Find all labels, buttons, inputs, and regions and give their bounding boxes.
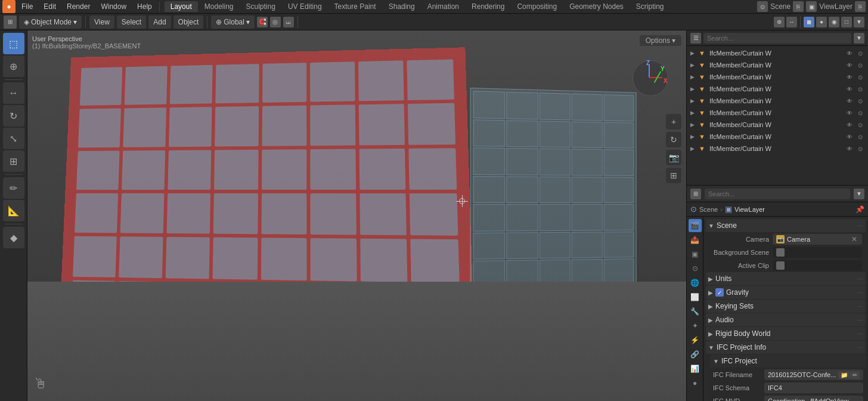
audio-section-header[interactable]: ▶ Audio ⋯ — [706, 313, 866, 326]
ifc-project-info-header[interactable]: ▼ IFC Project Info ⋯ — [706, 341, 866, 354]
workspace-layout[interactable]: Layout — [165, 1, 198, 12]
prop-object-icon[interactable]: ⬜ — [689, 291, 702, 304]
workspace-animation[interactable]: Animation — [421, 1, 465, 12]
outliner-item[interactable]: ▶ ▼ IfcMember/Curtain W 👁 ⊙ — [687, 71, 868, 83]
rigid-body-section-header[interactable]: ▶ Rigid Body World ⋯ — [706, 327, 866, 340]
workspace-sculpting[interactable]: Sculpting — [240, 1, 281, 12]
options-button[interactable]: Options ▾ — [640, 35, 681, 46]
workspace-texture-paint[interactable]: Texture Paint — [328, 1, 382, 12]
add-button[interactable]: Add — [148, 16, 170, 29]
outliner-visibility-icon[interactable]: 👁 — [845, 122, 854, 128]
rotate-tool-btn[interactable]: ↻ — [3, 105, 24, 127]
workspace-geometry-nodes[interactable]: Geometry Nodes — [563, 1, 630, 12]
outliner-render-icon[interactable]: ⊙ — [856, 62, 864, 69]
outliner-item[interactable]: ▶ ▼ IfcMember/Curtain W 👁 ⊙ — [687, 131, 868, 143]
display-wire-icon[interactable]: □ — [841, 17, 852, 27]
outliner-item[interactable]: ▶ ▼ IfcMember/Curtain W 👁 ⊙ — [687, 143, 868, 155]
prop-data-icon[interactable]: 📊 — [689, 362, 702, 375]
menu-render[interactable]: Render — [62, 1, 95, 12]
display-render-icon[interactable]: ◉ — [829, 17, 839, 27]
background-scene-field[interactable] — [773, 247, 862, 258]
mirror-icon[interactable]: ⧢ — [283, 17, 294, 27]
outliner-render-icon[interactable]: ⊙ — [856, 134, 864, 140]
properties-search[interactable] — [705, 189, 850, 199]
prop-render-icon[interactable]: 🎬 — [689, 219, 702, 232]
outliner-visibility-icon[interactable]: 👁 — [845, 86, 854, 92]
active-clip-field[interactable] — [773, 260, 862, 271]
workspace-modeling[interactable]: Modeling — [199, 1, 240, 12]
outliner-visibility-icon[interactable]: 👁 — [845, 110, 854, 116]
outliner-item[interactable]: ▶ ▼ IfcMember/Curtain W 👁 ⊙ — [687, 59, 868, 71]
scene-breadcrumb-label[interactable]: Scene — [699, 206, 718, 213]
outliner-render-icon[interactable]: ⊙ — [856, 74, 864, 81]
prop-world-icon[interactable]: 🌐 — [689, 276, 702, 289]
outliner-render-icon[interactable]: ⊙ — [856, 86, 864, 92]
viewport-gizmo[interactable]: Z X Y — [627, 54, 674, 102]
ifc-mvd-value[interactable]: Coordination...ffAddOnView — [764, 396, 863, 401]
gravity-checkbox[interactable]: ✓ — [715, 288, 724, 297]
scene-section-header[interactable]: ▼ Scene ⋯ — [706, 219, 866, 232]
viewlayer-breadcrumb-label[interactable]: ViewLayer — [734, 206, 765, 213]
outliner-item[interactable]: ▶ ▼ IfcMember/Curtain W 👁 ⊙ — [687, 95, 868, 107]
outliner-item[interactable]: ▶ ▼ IfcMember/Curtain W 👁 ⊙ — [687, 119, 868, 131]
properties-editor-icon[interactable]: ⊞ — [690, 189, 701, 199]
outliner-filter-icon[interactable]: ▼ — [854, 33, 864, 44]
display-options-icon[interactable]: ▼ — [854, 17, 864, 27]
display-material-icon[interactable]: ● — [816, 17, 827, 27]
menu-window[interactable]: Window — [96, 1, 131, 12]
ifc-filename-value[interactable]: 20160125OTC-Confe... 📁 ✏ — [764, 369, 863, 380]
main-viewport[interactable]: User Perspective (1) IfcBuildingStorey/B… — [27, 30, 686, 401]
outliner-search[interactable] — [703, 33, 851, 44]
mode-selector[interactable]: ◈ Object Mode ▾ — [19, 16, 82, 29]
outliner-visibility-icon[interactable]: 👁 — [845, 98, 854, 104]
transform-selector[interactable]: ⊕ Global ▾ — [211, 16, 255, 29]
outliner-visibility-icon[interactable]: 👁 — [845, 74, 854, 81]
outliner-item[interactable]: ▶ ▼ IfcMember/Curtain W 👁 ⊙ — [687, 83, 868, 95]
outliner-render-icon[interactable]: ⊙ — [856, 110, 864, 116]
prop-material-icon[interactable]: ● — [689, 377, 702, 390]
prop-physics-icon[interactable]: ⚡ — [689, 334, 702, 347]
outliner-visibility-icon[interactable]: 👁 — [845, 134, 854, 140]
camera-clear-button[interactable]: ✕ — [850, 235, 858, 243]
snap-icon[interactable]: 🧲 — [257, 17, 268, 27]
workspace-scripting[interactable]: Scripting — [630, 1, 670, 12]
prop-particles-icon[interactable]: ✦ — [689, 319, 702, 332]
workspace-shading[interactable]: Shading — [383, 1, 421, 12]
menu-edit[interactable]: Edit — [39, 1, 61, 12]
gizmo-icon[interactable]: ↔ — [786, 17, 797, 27]
units-section-header[interactable]: ▶ Units ⋯ — [706, 272, 866, 285]
world-btn[interactable]: ⊞ — [666, 168, 681, 183]
camera-btn[interactable]: 📷 — [666, 150, 681, 165]
editor-type-icon[interactable]: ⊞ — [4, 16, 17, 29]
gravity-section-header[interactable]: ▶ ✓ Gravity ⋯ — [706, 286, 866, 299]
ifc-project-header[interactable]: ▼ IFC Project — [711, 354, 866, 368]
camera-value-field[interactable]: 📷 Camera ✕ — [773, 234, 862, 245]
ifc-filename-browse-btn[interactable]: 📁 — [838, 371, 850, 379]
outliner-item[interactable]: ▶ ▼ IfcMember/Curtain W 👁 ⊙ — [687, 47, 868, 59]
add-primitive-btn[interactable]: ◆ — [3, 227, 24, 248]
display-solid-icon[interactable]: ◼ — [804, 17, 814, 27]
prop-output-icon[interactable]: 📤 — [689, 233, 702, 246]
outliner-editor-icon[interactable]: ☰ — [690, 33, 701, 44]
prop-modifier-icon[interactable]: 🔧 — [689, 305, 702, 318]
outliner-render-icon[interactable]: ⊙ — [856, 98, 864, 104]
copy-scene-icon[interactable]: ⎘ — [793, 1, 804, 12]
measure-tool-btn[interactable]: 📐 — [3, 200, 24, 221]
orbit-btn[interactable]: ↻ — [666, 132, 681, 147]
prop-constraints-icon[interactable]: 🔗 — [689, 348, 702, 361]
keying-sets-section-header[interactable]: ▶ Keying Sets ⋯ — [706, 300, 866, 313]
ifc-schema-value[interactable]: IFC4 — [764, 383, 863, 393]
viewport-overlay-icon[interactable]: ⊕ — [774, 17, 785, 27]
outliner-render-icon[interactable]: ⊙ — [856, 146, 864, 152]
scene-icon[interactable]: ⊙ — [757, 1, 768, 12]
select-tool-btn[interactable]: ⬚ — [3, 33, 24, 54]
menu-help[interactable]: Help — [132, 1, 157, 12]
transform-tool-btn[interactable]: ⊞ — [3, 150, 24, 172]
zoom-in-btn[interactable]: + — [666, 114, 681, 129]
pin-button[interactable]: 📌 — [855, 205, 864, 214]
ifc-filename-edit-btn[interactable]: ✏ — [850, 371, 860, 379]
prop-view-layer-icon[interactable]: ▣ — [689, 248, 702, 261]
cursor-tool-btn[interactable]: ⊕ — [3, 55, 24, 77]
workspace-rendering[interactable]: Rendering — [466, 1, 510, 12]
move-tool-btn[interactable]: ↔ — [3, 82, 24, 104]
